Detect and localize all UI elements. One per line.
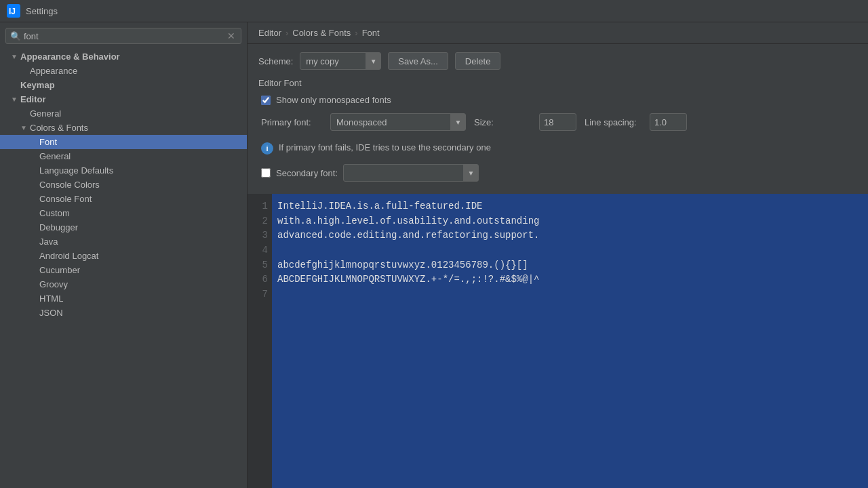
sidebar-item-java[interactable]: Java [0, 235, 247, 249]
sidebar: 🔍 ✕ Appearance & BehaviorAppearanceKeyma… [0, 22, 248, 488]
breadcrumb-colors-fonts: Colors & Fonts [292, 28, 351, 38]
sidebar-item-console-colors[interactable]: Console Colors [0, 178, 247, 192]
sidebar-item-label-colors-fonts: Colors & Fonts [30, 123, 88, 133]
sidebar-item-html[interactable]: HTML [0, 291, 247, 306]
primary-font-value: Monospaced [331, 117, 450, 127]
secondary-font-row: Secondary font: ▼ [258, 164, 857, 182]
sidebar-item-label-custom: Custom [39, 208, 70, 218]
sidebar-item-general[interactable]: General [0, 106, 247, 121]
sidebar-item-label-language-defaults: Language Defaults [39, 165, 113, 176]
sidebar-item-label-java: Java [39, 237, 58, 247]
line-numbers: 1234567 [248, 194, 272, 488]
sidebar-item-console-font[interactable]: Console Font [0, 192, 247, 206]
sidebar-item-colors-fonts[interactable]: Colors & Fonts [0, 121, 247, 135]
secondary-font-label: Secondary font: [276, 168, 338, 178]
primary-font-row: Primary font: Monospaced ▼ Size: Line sp… [258, 113, 857, 131]
code-line [277, 287, 863, 302]
line-spacing-field: Line spacing: [585, 113, 687, 131]
breadcrumb-editor: Editor [258, 28, 281, 38]
sidebar-item-cucumber[interactable]: Cucumber [0, 263, 247, 277]
line-number: 4 [252, 243, 268, 258]
size-input[interactable] [539, 113, 576, 131]
delete-button[interactable]: Delete [455, 52, 501, 70]
search-bar: 🔍 ✕ [0, 22, 247, 49]
show-monospaced-checkbox[interactable] [261, 96, 271, 105]
secondary-font-arrow[interactable]: ▼ [463, 165, 478, 181]
sidebar-item-language-defaults[interactable]: Language Defaults [0, 163, 247, 178]
size-field: Size: [474, 113, 576, 131]
info-icon: i [261, 142, 273, 155]
primary-font-dropdown[interactable]: Monospaced ▼ [330, 113, 466, 131]
sidebar-item-label-appearance: Appearance [30, 66, 77, 76]
sidebar-item-label-html: HTML [39, 293, 63, 304]
sidebar-item-android-logcat[interactable]: Android Logcat [0, 249, 247, 263]
show-monospaced-row: Show only monospaced fonts [258, 95, 857, 105]
sidebar-item-label-android-logcat: Android Logcat [39, 251, 98, 261]
line-number: 7 [252, 287, 268, 302]
line-number: 2 [252, 214, 268, 229]
search-icon: 🔍 [10, 31, 21, 41]
editor-preview: 1234567 IntelliJ.IDEA.is.a.full-featured… [248, 194, 868, 488]
secondary-font-dropdown[interactable]: ▼ [343, 164, 479, 182]
arrow-icon-editor [11, 96, 18, 103]
code-line: IntelliJ.IDEA.is.a.full-featured.IDE [277, 199, 863, 214]
line-number: 1 [252, 199, 268, 214]
sidebar-item-debugger[interactable]: Debugger [0, 220, 247, 235]
secondary-font-checkbox[interactable] [261, 168, 271, 178]
breadcrumb: Editor › Colors & Fonts › Font [248, 22, 868, 44]
sidebar-item-appearance[interactable]: Appearance [0, 64, 247, 78]
sidebar-item-custom[interactable]: Custom [0, 206, 247, 220]
right-panel: Editor › Colors & Fonts › Font Scheme: m… [248, 22, 868, 488]
line-spacing-input[interactable] [650, 113, 687, 131]
line-number: 3 [252, 228, 268, 243]
sidebar-item-label-console-font: Console Font [39, 194, 92, 204]
show-monospaced-label: Show only monospaced fonts [276, 95, 391, 105]
size-label: Size: [474, 117, 535, 127]
sidebar-item-keymap[interactable]: Keymap [0, 78, 247, 92]
sidebar-item-label-editor: Editor [20, 94, 46, 104]
sidebar-tree: Appearance & BehaviorAppearanceKeymapEdi… [0, 49, 247, 320]
code-line: abcdefghijklmnopqrstuvwxyz.0123456789.()… [277, 258, 863, 273]
code-line [277, 243, 863, 258]
main-container: 🔍 ✕ Appearance & BehaviorAppearanceKeyma… [0, 22, 868, 488]
line-number: 5 [252, 258, 268, 273]
sidebar-item-groovy[interactable]: Groovy [0, 277, 247, 291]
sidebar-item-label-keymap: Keymap [20, 80, 55, 90]
editor-font-section: Editor Font Show only monospaced fonts P… [248, 78, 868, 194]
sidebar-item-editor[interactable]: Editor [0, 92, 247, 106]
scheme-value: my copy [300, 56, 366, 66]
sidebar-item-font[interactable]: Font [0, 135, 247, 149]
sidebar-item-label-general2: General [39, 151, 71, 161]
sidebar-item-label-groovy: Groovy [39, 279, 68, 289]
line-number: 6 [252, 272, 268, 287]
line-spacing-label: Line spacing: [585, 117, 646, 127]
code-line: with.a.high.level.of.usability.and.outst… [277, 214, 863, 229]
breadcrumb-sep-2: › [355, 28, 357, 38]
sidebar-item-json[interactable]: JSON [0, 306, 247, 320]
app-icon: IJ [7, 4, 20, 18]
svg-text:IJ: IJ [9, 7, 16, 16]
sidebar-item-label-general: General [30, 108, 61, 119]
info-row: i If primary font fails, IDE tries to us… [258, 138, 857, 159]
scheme-dropdown[interactable]: my copy ▼ [300, 52, 381, 70]
breadcrumb-sep-1: › [285, 28, 288, 38]
save-as-button[interactable]: Save As... [388, 52, 448, 70]
clear-search-button[interactable]: ✕ [226, 30, 237, 41]
arrow-icon-appearance-behavior [11, 53, 18, 60]
sidebar-item-label-font: Font [39, 137, 57, 147]
sidebar-item-appearance-behavior[interactable]: Appearance & Behavior [0, 49, 247, 64]
arrow-icon-colors-fonts [20, 124, 27, 131]
search-input-wrap[interactable]: 🔍 ✕ [5, 28, 241, 44]
primary-font-arrow[interactable]: ▼ [450, 114, 465, 130]
scheme-dropdown-arrow[interactable]: ▼ [366, 53, 380, 69]
info-text: If primary font fails, IDE tries to use … [279, 142, 491, 154]
primary-font-label: Primary font: [261, 117, 322, 127]
search-input[interactable] [24, 31, 226, 41]
sidebar-item-general2[interactable]: General [0, 149, 247, 163]
sidebar-item-label-cucumber: Cucumber [39, 265, 80, 275]
sidebar-item-label-debugger: Debugger [39, 222, 78, 232]
scheme-row: Scheme: my copy ▼ Save As... Delete [248, 44, 868, 78]
editor-font-title: Editor Font [258, 78, 857, 88]
sidebar-item-label-json: JSON [39, 308, 63, 318]
sidebar-item-label-console-colors: Console Colors [39, 180, 100, 190]
